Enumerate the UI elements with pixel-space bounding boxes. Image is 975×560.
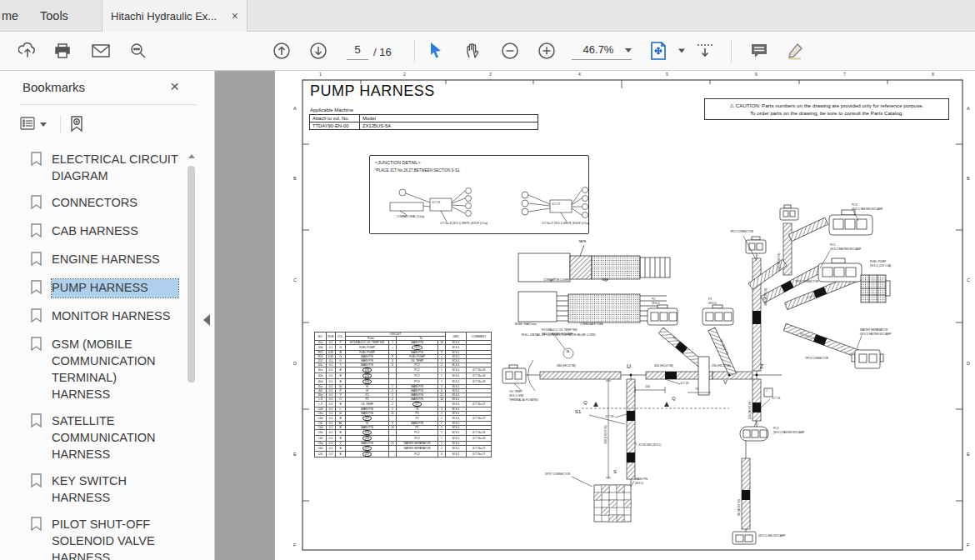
diagram-label: 140 <box>645 385 650 388</box>
page-number-input[interactable]: 5 <box>347 43 368 60</box>
share-upload-icon[interactable] <box>18 42 37 60</box>
zoom-out-icon[interactable] <box>500 41 520 61</box>
grid-letter: B <box>967 176 970 181</box>
caution-line1: ⚠ CAUTION: Parts numbers on the drawing … <box>705 102 948 109</box>
toolbar-separator <box>731 40 732 62</box>
diagram-label: TPO3 CONNECTOR <box>795 281 818 283</box>
diagram-label: MORE THAN 5mm <box>515 323 536 326</box>
scrollbar-thumb[interactable] <box>188 166 195 382</box>
email-icon[interactable] <box>91 43 111 58</box>
grid-letter: D <box>293 361 297 366</box>
comment-icon[interactable] <box>749 42 769 60</box>
grid-number: 7 <box>843 72 846 77</box>
wire-table-row: C6e0.5BJ26PC21W.S.1JCT No.26 <box>315 430 492 436</box>
main-toolbar: 5 / 16 46.7% <box>0 32 975 71</box>
caution-line2: To order parts on the drawing, be sure t… <box>705 109 948 117</box>
bookmark-item[interactable]: PILOT SHUT-OFF SOLENOID VALVE HARNESS <box>30 516 183 560</box>
grid-letter: A <box>967 106 970 111</box>
bookmark-flag-icon <box>30 413 43 462</box>
diagram-label: 150 (HC07-M) <box>749 402 752 419</box>
close-panel-icon[interactable]: × <box>170 78 179 96</box>
zoom-level-dropdown[interactable]: 46.7% <box>572 43 632 60</box>
diagram-label: (W.S.1) (12V 1.5A) <box>870 265 891 268</box>
wire-table-row: C6f0.5BJ26PC31W.S.1JCT No.26 <box>315 436 492 442</box>
wire-list-table: NO.SIZECOL.CIRCUITGNDCOMMENTFromTo20a0.5… <box>314 332 492 458</box>
bookmark-item[interactable]: ELECTRICAL CIRCUIT DIAGRAM <box>30 151 183 184</box>
expand-current-bookmark-icon[interactable] <box>68 115 86 133</box>
panel-collapse-icon[interactable] <box>203 314 210 326</box>
harness-diagram <box>275 71 975 560</box>
chevron-down-icon <box>625 48 632 52</box>
grid-letter: A <box>293 106 297 111</box>
page-title: PUMP HARNESS <box>310 82 435 100</box>
diagram-label: JCT 27 <box>552 203 560 207</box>
diagram-label: (W.S.1) <box>708 302 717 305</box>
bookmarks-panel-title: Bookmarks <box>22 80 85 94</box>
diagram-label: 500 (HC07-M) <box>604 425 608 444</box>
bookmark-item[interactable]: KEY SWITCH HARNESS <box>30 472 183 506</box>
bookmark-item[interactable]: ENGINE HARNESS <box>30 251 183 269</box>
bookmark-item[interactable]: GSM (MOBILE COMMUNICATION TERMINAL) HARN… <box>30 336 183 402</box>
diagram-label: TAPE <box>602 279 608 282</box>
diagram-label: JCT No.27 (W.S.1) WHITE_MODIF (0.5sq) <box>542 222 589 225</box>
diagram-label: (W.S.1) FASTEN W/CLAMP <box>830 248 861 251</box>
close-tab-icon[interactable]: × <box>232 9 238 22</box>
bookmark-item-label: PUMP HARNESS <box>52 279 178 298</box>
diagram-label: S <box>613 469 617 475</box>
bookmark-item[interactable]: MONITOR HARNESS <box>30 308 183 326</box>
tab-bar: me Tools Hitachi Hydraulic Ex... × <box>0 0 975 32</box>
diagram-label: 300 (HC07-M) <box>765 288 768 306</box>
diagram-label: Q <box>583 400 588 406</box>
highlight-pen-icon[interactable] <box>786 41 806 61</box>
bookmark-item[interactable]: CAB HARNESS <box>30 222 183 241</box>
diagram-label: 230 (HC07-M) <box>712 364 731 368</box>
page-total-label: / 16 <box>373 46 392 58</box>
diagram-label: 450 (HC07-M) <box>654 364 673 368</box>
grid-number: 2 <box>403 72 406 77</box>
bookmark-item[interactable]: SATELLITE COMMUNICATION HARNESS <box>30 412 183 462</box>
previous-page-icon[interactable] <box>272 41 292 61</box>
scroll-mode-icon[interactable] <box>695 41 715 61</box>
wire-table-row: c-90.5BOIL TEMP2J27W.S.1JCT No.27 <box>315 402 492 408</box>
bookmark-item-label: KEY SWITCH HARNESS <box>52 472 178 506</box>
document-tab[interactable]: Hitachi Hydraulic Ex... × <box>102 0 248 32</box>
bookmark-options-icon[interactable] <box>20 117 47 132</box>
bookmark-item-label: PILOT SHUT-OFF SOLENOID VALVE HARNESS <box>52 516 178 560</box>
chevron-down-icon[interactable] <box>678 49 685 53</box>
wire-table-row: C6h0.5BJ27WATER SEPARATOR2W.S.1JCT No.27 <box>315 446 492 452</box>
zoom-in-icon[interactable] <box>537 41 557 61</box>
bookmark-item-label: CAB HARNESS <box>52 222 178 241</box>
grid-number: 5 <box>666 72 668 77</box>
scrollbar-up-arrow[interactable] <box>188 154 195 158</box>
diagram-label: JCT26 GND (W.S.1) <box>638 444 661 447</box>
diagram-label: DPDT CONNECTOR <box>545 473 570 477</box>
diagram-label: U <box>627 363 631 370</box>
bookmark-item[interactable]: CONNECTORS <box>30 194 183 212</box>
toolbar-separator <box>414 40 415 62</box>
bookmark-item-label: SATELLITE COMMUNICATION HARNESS <box>52 412 178 462</box>
diagram-label: TERMINAL As FLOATING <box>509 399 538 402</box>
select-tool-icon[interactable] <box>428 42 444 60</box>
wire-table-row: 20b0.5GFUEL PUMP+R25W.S.1 <box>315 345 492 351</box>
next-page-icon[interactable] <box>308 41 328 61</box>
print-icon[interactable] <box>53 42 72 60</box>
search-icon[interactable] <box>129 42 148 60</box>
tab-tools[interactable]: Tools <box>40 0 68 32</box>
tab-home[interactable]: me <box>2 0 18 32</box>
diagram-label: 7A <box>566 351 569 354</box>
caution-note: ⚠ CAUTION: Parts numbers on the drawing … <box>704 98 949 120</box>
fit-page-icon[interactable] <box>648 41 668 61</box>
diagram-label: 2 <box>766 390 768 393</box>
wire-table-row: 40b0.5BJ26PC21W.S.1JCT No.26 <box>315 373 492 379</box>
grid-number: 8 <box>932 72 934 77</box>
info-header-vol: Attach to vol. No. <box>310 115 360 122</box>
bookmarks-scrollbar[interactable] <box>187 154 197 560</box>
diagram-label: JCT 26 <box>680 382 688 386</box>
diagram-label: S1 <box>575 409 581 415</box>
bookmark-flag-icon <box>30 152 43 184</box>
panel-divider <box>20 104 197 105</box>
hand-tool-icon[interactable] <box>463 42 482 60</box>
grid-letter: D <box>967 361 970 366</box>
bookmark-item[interactable]: PUMP HARNESS <box>30 279 183 298</box>
bookmark-item-label: GSM (MOBILE COMMUNICATION TERMINAL) HARN… <box>52 336 178 402</box>
